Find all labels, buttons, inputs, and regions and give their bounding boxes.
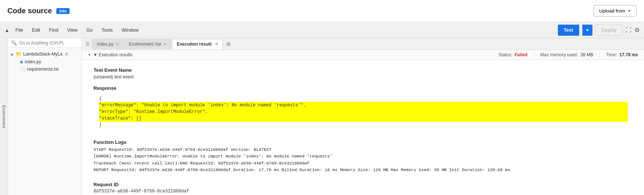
test-dropdown-button[interactable]: ▼ [582, 25, 592, 36]
response-title: Response [94, 85, 632, 91]
editor-area: ☰ index.py ✕ Environment Var ✕ Execution… [82, 38, 644, 195]
execution-section-label: ▼ Execution results [93, 52, 133, 57]
menu-edit[interactable]: Edit [29, 26, 43, 34]
function-logs-title: Function Logs [94, 139, 632, 145]
memory-value: 38 MB [580, 52, 593, 57]
tab-execution-result-label: Execution result: [177, 42, 212, 47]
section-collapse-icon[interactable]: ▼ [88, 53, 91, 57]
tab-index-py[interactable]: index.py ✕ [92, 39, 123, 49]
status-label: Status: Failed [499, 52, 528, 57]
deploy-button[interactable]: Deploy [595, 25, 623, 36]
response-line-1: { [99, 95, 628, 102]
header-left: Code source Info [7, 7, 70, 15]
test-event-section: Test Event Name (unsaved) test event [88, 64, 638, 85]
search-input[interactable] [19, 40, 78, 46]
folder-name: LambdaStack-MyLa [23, 52, 63, 57]
python-file-icon: ◆ [20, 59, 23, 64]
file-panel: 🔍 ▶ 📁 LambdaStack-MyLa ⚙ ◆ index.py 📄 re… [8, 38, 82, 195]
menu-tools[interactable]: Tools [99, 26, 116, 34]
menu-file[interactable]: File [13, 26, 26, 34]
upload-dropdown-arrow-icon: ▼ [627, 9, 631, 13]
function-logs-section: Function Logs START RequestId: 8df5337e-… [88, 139, 638, 177]
add-tab-button[interactable]: ⊕ [224, 40, 233, 48]
log-line-3: Traceback (most recent call last):END Re… [94, 160, 632, 167]
info-badge[interactable]: Info [56, 8, 70, 14]
test-button[interactable]: Test [558, 25, 579, 36]
settings-icon[interactable]: ⚙ [634, 26, 640, 33]
folder-icon: 📁 [15, 51, 22, 57]
separator-2: | [599, 52, 600, 57]
time-label: Time: 17.78 ms [606, 52, 638, 57]
menu-find[interactable]: Find [46, 26, 61, 34]
execution-status-bar: Status: Failed | Max memory used: 38 MB … [499, 52, 638, 57]
execution-content-area: Test Event Name (unsaved) test event Res… [82, 60, 644, 195]
test-event-title: Test Event Name [94, 67, 632, 73]
upload-from-button[interactable]: Upload from ▼ [594, 5, 637, 17]
request-id-section: Request ID 8df5337e-a638-449f-8769-8ce32… [88, 182, 638, 195]
tab-env-var-label: Environment Var [129, 42, 161, 47]
log-line-4: REPORT RequestId: 8df5337e-a638-449f-876… [94, 167, 632, 173]
folder-item-root[interactable]: ▶ 📁 LambdaStack-MyLa ⚙ [8, 50, 81, 58]
file-tree: ▶ 📁 LambdaStack-MyLa ⚙ ◆ index.py 📄 requ… [8, 48, 81, 75]
tab-env-var-close-icon[interactable]: ✕ [163, 42, 166, 46]
environment-sidebar-label[interactable]: Environment [0, 38, 8, 195]
log-line-2: [ERROR] Runtime.ImportModuleError: Unabl… [94, 153, 632, 160]
tab-index-py-close-icon[interactable]: ✕ [116, 42, 119, 46]
separator-1: | [533, 52, 534, 57]
time-value: 17.78 ms [619, 52, 638, 57]
search-icon: 🔍 [11, 40, 17, 46]
txt-file-icon: 📄 [20, 67, 25, 72]
execution-header: ▼ ▼ Execution results Status: Failed | M… [82, 50, 644, 60]
file-item-index-py[interactable]: ◆ index.py [8, 58, 81, 65]
folder-gear-icon[interactable]: ⚙ [65, 52, 68, 57]
response-section: Response { "errorMessage": "Unable to im… [88, 85, 638, 135]
response-line-2: "errorMessage": "Unable to import module… [99, 102, 628, 109]
request-id-title: Request ID [94, 182, 632, 187]
response-code-block: { "errorMessage": "Unable to import modu… [94, 92, 632, 131]
file-name-requirements: requirements.txt [27, 67, 59, 72]
response-line-3: "errorType": "Runtime.ImportModuleError"… [99, 109, 628, 115]
tabs-bar: ☰ index.py ✕ Environment Var ✕ Execution… [82, 38, 644, 50]
menu-view[interactable]: View [64, 26, 81, 34]
toolbar: ▲ File Edit Find View Go Tools Window Te… [0, 22, 644, 38]
response-line-4: "stackTrace": [] [99, 115, 628, 122]
status-value: Failed [515, 52, 528, 57]
memory-label: Max memory used: 38 MB [541, 52, 593, 57]
menu-go[interactable]: Go [83, 26, 95, 34]
upload-from-label: Upload from [599, 8, 625, 14]
execution-header-left: ▼ ▼ Execution results [88, 52, 133, 57]
collapse-icon[interactable]: ▲ [4, 27, 10, 33]
tab-env-var[interactable]: Environment Var ✕ [124, 39, 171, 49]
tab-index-py-label: index.py [97, 42, 113, 47]
expand-icon[interactable]: ⛶ [626, 27, 631, 33]
request-id-value: 8df5337e-a638-449f-8769-8ce321809daf [94, 189, 632, 194]
header-bar: Code source Info Upload from ▼ [0, 0, 644, 22]
menu-window[interactable]: Window [119, 26, 141, 34]
tab-execution-result[interactable]: Execution result: ✕ [172, 39, 222, 49]
folder-expand-icon: ▶ [11, 52, 14, 56]
tab-doc-icon[interactable]: ☰ [83, 41, 92, 47]
response-line-5: } [99, 122, 628, 128]
file-item-requirements-txt[interactable]: 📄 requirements.txt [8, 65, 81, 73]
test-event-value: (unsaved) test event [94, 74, 632, 79]
page-title: Code source [7, 7, 52, 15]
search-bar: 🔍 [8, 38, 81, 48]
file-name-index: index.py [25, 59, 41, 64]
log-line-1: START RequestId: 8df5337e-a638-449f-8769… [94, 146, 632, 153]
main-layout: Environment 🔍 ▶ 📁 LambdaStack-MyLa ⚙ ◆ i… [0, 38, 644, 195]
tab-execution-result-close-icon[interactable]: ✕ [215, 42, 218, 46]
